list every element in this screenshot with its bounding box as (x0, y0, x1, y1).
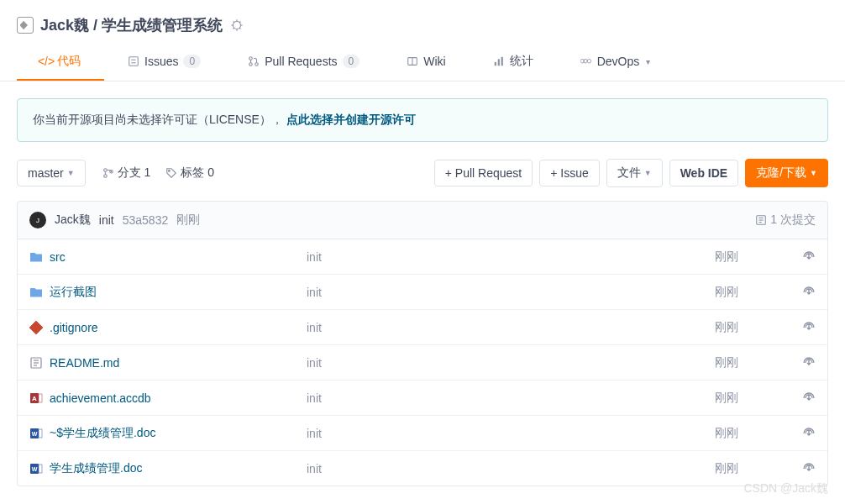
folder-icon (29, 286, 43, 299)
download-icon[interactable] (782, 425, 816, 441)
branch-name: master (28, 166, 64, 180)
file-name-link[interactable]: 运行截图 (50, 285, 97, 300)
repo-title: Jack魏 / 学生成绩管理系统 (40, 15, 223, 35)
svg-rect-11 (501, 57, 502, 66)
file-commit-msg[interactable]: init (307, 427, 715, 440)
file-time: 刚刚 (715, 355, 782, 370)
svg-rect-9 (494, 62, 496, 66)
svg-point-13 (103, 175, 107, 178)
file-commit-msg[interactable]: init (307, 356, 715, 370)
file-time: 刚刚 (715, 426, 782, 441)
tab-pr-label: Pull Requests (265, 55, 337, 68)
svg-text:W: W (32, 466, 38, 472)
commit-message[interactable]: init (99, 213, 114, 227)
git-icon (29, 321, 43, 334)
files-label: 文件 (617, 165, 641, 181)
svg-point-6 (255, 63, 259, 66)
files-button[interactable]: 文件 ▼ (606, 159, 663, 187)
file-commit-msg[interactable]: init (307, 462, 715, 475)
file-name-link[interactable]: .gitignore (50, 321, 98, 334)
access-icon: A (29, 391, 43, 405)
svg-rect-1 (129, 57, 139, 66)
file-commit-msg[interactable]: init (307, 250, 715, 264)
tab-stats-label: 统计 (510, 54, 533, 69)
tab-stats[interactable]: 统计 (470, 44, 557, 81)
new-issue-button[interactable]: + Issue (539, 160, 600, 186)
separator: / (93, 17, 97, 34)
file-row: README.md init 刚刚 (18, 345, 827, 381)
file-name-link[interactable]: src (50, 250, 66, 264)
tab-devops-label: DevOps (597, 55, 640, 68)
license-link[interactable]: 点此选择并创建开源许可 (286, 113, 416, 126)
repo-header: Jack魏 / 学生成绩管理系统 (0, 0, 845, 44)
pr-icon (248, 55, 260, 67)
word-icon: W (29, 462, 43, 475)
star-icon[interactable] (229, 18, 244, 33)
tab-wiki[interactable]: Wiki (383, 44, 469, 81)
issues-icon (128, 55, 139, 67)
download-icon[interactable] (782, 319, 816, 335)
branch-info: 分支 1 标签 0 (102, 165, 214, 181)
toolbar: master ▼ 分支 1 标签 0 + Pull Request + Iss (17, 159, 828, 187)
svg-rect-32 (39, 465, 42, 473)
commit-author[interactable]: Jack魏 (55, 213, 91, 228)
download-icon[interactable] (782, 460, 816, 476)
file-time: 刚刚 (715, 391, 782, 406)
file-row: W ~$学生成绩管理.doc init 刚刚 (18, 416, 827, 451)
tab-code-label: 代码 (57, 54, 81, 69)
word-icon: W (29, 427, 43, 440)
file-time: 刚刚 (715, 320, 782, 335)
tabs: </> 代码 Issues 0 Pull Requests 0 Wiki (0, 44, 845, 81)
commit-hash[interactable]: 53a5832 (123, 213, 169, 227)
branches-link[interactable]: 分支 1 (102, 165, 151, 181)
file-commit-msg[interactable]: init (307, 391, 715, 405)
repo-link[interactable]: 学生成绩管理系统 (102, 17, 223, 34)
svg-point-15 (169, 171, 171, 172)
file-row: src init 刚刚 (18, 239, 827, 275)
file-commit-msg[interactable]: init (307, 321, 715, 334)
file-row: .gitignore init 刚刚 (18, 310, 827, 345)
caret-down-icon: ▼ (810, 169, 817, 177)
web-ide-label: Web IDE (680, 166, 728, 180)
tab-wiki-label: Wiki (423, 55, 445, 68)
tags-label: 标签 0 (181, 165, 214, 181)
branch-selector[interactable]: master ▼ (17, 160, 86, 186)
svg-point-5 (249, 63, 253, 66)
file-name-link[interactable]: ~$学生成绩管理.doc (50, 426, 155, 441)
svg-rect-10 (497, 59, 499, 66)
tab-issues[interactable]: Issues 0 (104, 44, 224, 81)
file-name-link[interactable]: achievement.accdb (50, 391, 151, 405)
file-row: 运行截图 init 刚刚 (18, 275, 827, 310)
file-commit-msg[interactable]: init (307, 286, 715, 299)
file-time: 刚刚 (715, 461, 782, 476)
file-name-link[interactable]: 学生成绩管理.doc (50, 461, 142, 476)
svg-rect-29 (39, 429, 42, 438)
repo-icon (17, 17, 34, 34)
svg-point-4 (249, 57, 253, 60)
folder-icon (29, 250, 43, 264)
file-time: 刚刚 (715, 249, 782, 265)
svg-rect-26 (39, 394, 42, 402)
commit-count-link[interactable]: 1 次提交 (755, 213, 816, 228)
caret-down-icon: ▼ (67, 169, 75, 177)
file-row: W 学生成绩管理.doc init 刚刚 (18, 451, 827, 486)
clone-button[interactable]: 克隆/下载 ▼ (745, 159, 828, 187)
download-icon[interactable] (782, 354, 816, 370)
file-row: A achievement.accdb init 刚刚 (18, 381, 827, 416)
file-name-link[interactable]: README.md (50, 356, 119, 370)
download-icon[interactable] (782, 390, 816, 406)
tags-link[interactable]: 标签 0 (165, 165, 214, 181)
caret-down-icon: ▼ (644, 169, 652, 177)
commit-time: 刚刚 (176, 213, 200, 228)
owner-link[interactable]: Jack魏 (40, 17, 89, 34)
download-icon[interactable] (782, 249, 816, 265)
tab-devops[interactable]: DevOps ▾ (557, 44, 674, 81)
file-list: src init 刚刚 运行截图 init 刚刚 .gitignore init… (17, 239, 828, 486)
download-icon[interactable] (782, 284, 816, 300)
web-ide-button[interactable]: Web IDE (669, 160, 739, 186)
new-pr-button[interactable]: + Pull Request (434, 160, 533, 186)
tab-pr[interactable]: Pull Requests 0 (224, 44, 383, 81)
avatar[interactable]: J (29, 212, 46, 228)
svg-point-12 (103, 169, 107, 172)
tab-code[interactable]: </> 代码 (17, 44, 104, 81)
